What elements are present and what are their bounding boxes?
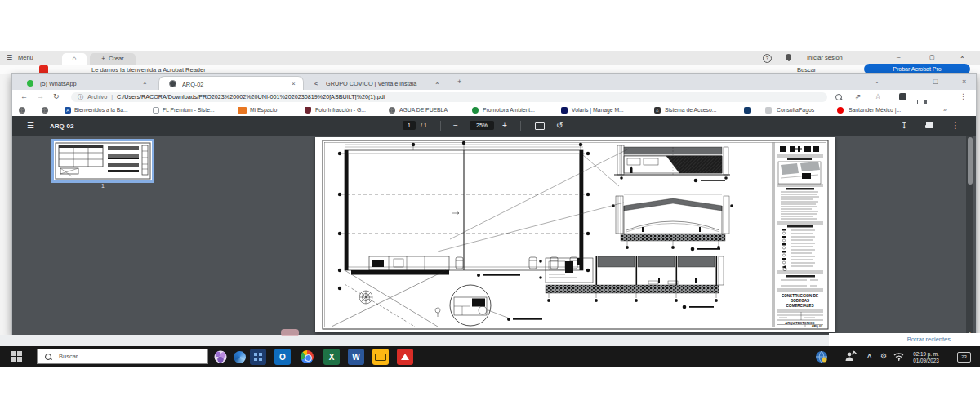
taskbar-excel-icon[interactable]: X [323,349,340,365]
bookmark-item[interactable]: FL Premium - Siste... [163,107,215,113]
bookmark-globe-icon[interactable] [42,107,48,114]
internet-globe-icon[interactable] [816,351,827,363]
forward-icon[interactable]: → [37,93,44,100]
bookmark-globe-icon[interactable] [389,107,395,114]
bookmark-favicon-green[interactable] [472,107,479,114]
acrobat-sign-in-button[interactable]: Iniciar sesión [807,55,843,61]
tab-whatsapp[interactable]: (5) WhatsApp × [19,76,156,90]
bookmark-favicon-house[interactable]: ⌂ [654,107,661,114]
reload-icon[interactable]: ↻ [53,93,60,100]
zoom-level-input[interactable]: 25% [470,121,494,130]
rotate-icon[interactable]: ↺ [556,122,563,130]
acrobat-home-tab[interactable]: ⌂ [62,53,87,65]
bookmark-favicon-fl[interactable] [153,107,159,114]
taskbar-search-box[interactable]: Buscar [37,349,208,364]
tab-search-chevron-icon[interactable]: ⌄ [875,78,880,84]
tab-covico[interactable]: < GRUPO COVICO | Venta e instala × [306,76,447,90]
taskbar-word-icon[interactable]: W [348,349,364,365]
tab-covico-close-icon[interactable]: × [435,79,439,87]
bookmark-item[interactable]: Bienvenidos a la Ba... [74,107,128,113]
bookmark-favicon-info[interactable] [744,107,751,114]
page-total-label: / 1 [421,122,427,128]
taskbar-outlook-icon[interactable]: O [274,349,291,365]
chrome-menu-kebab-icon[interactable]: ⋮ [960,93,967,100]
pdf-menu-icon[interactable]: ☰ [27,122,34,130]
acrobat-close-button[interactable]: × [960,54,964,60]
bookmark-favicon-grid[interactable] [765,107,772,114]
acrobat-search-label[interactable]: Buscar [797,67,816,73]
bookmark-item[interactable]: Promotora Ambient... [483,107,535,113]
bookmark-star-icon[interactable]: ☆ [875,93,881,100]
trees [359,291,487,317]
site-info-icon[interactable]: ⓘ [78,93,83,101]
pdf-page: CONSTRUCCION DE BODEGAS COMERCIALES ARQU… [315,137,835,332]
try-acrobat-pro-label: Probar Acrobat Pro [893,66,942,72]
clear-recents-link[interactable]: Borrar recientes [907,336,951,343]
bookmark-item[interactable]: Foto Infracción - G... [315,107,366,113]
zoom-search-icon[interactable] [835,94,842,100]
tab-covico-label: GRUPO COVICO | Venta e instala [326,80,430,87]
section-2 [612,194,733,251]
bookmark-item[interactable]: AGUA DE PUEBLA [399,107,448,113]
bookmark-item[interactable]: Volaris | Manage M... [572,107,624,113]
bookmark-item[interactable]: Mi Espacio [250,107,277,113]
project-title-line2: BODEGAS [791,299,809,303]
start-button[interactable] [11,351,22,362]
bookmark-globe-icon[interactable] [19,107,25,114]
bookmark-item[interactable]: Sistema de Acceso... [665,107,716,113]
taskbar-acrobat-icon[interactable] [397,349,413,365]
bookmark-item[interactable]: ConsultaPagos [777,107,814,113]
page-thumbnail[interactable] [51,139,154,183]
bookmark-item[interactable]: Santander México |... [849,107,901,113]
url-field[interactable]: ⓘ Archivo | C:/Users/RACORA/Downloads/PR… [71,92,827,102]
extension-icon[interactable] [899,93,906,100]
acrobat-menu-icon[interactable]: ☰ [7,55,12,61]
taskbar-keyboard-icon[interactable] [372,349,389,365]
wifi-icon[interactable] [893,352,904,361]
taskbar-app-grid-icon[interactable] [250,349,266,365]
pdf-more-kebab-icon[interactable]: ⋮ [951,122,960,130]
tray-chevron-up-icon[interactable]: ^ [867,354,871,361]
plus-icon: + [101,56,105,62]
tab-arq02-active[interactable]: ARQ-02 × [158,76,304,90]
tab-whatsapp-close-icon[interactable]: × [143,79,147,87]
help-icon[interactable]: ? [763,54,772,63]
acrobat-minimize-button[interactable]: – [897,54,900,60]
download-icon[interactable]: ↧ [901,122,907,130]
acrobat-create-tab[interactable]: + Crear [90,53,136,65]
tray-gear-icon[interactable]: ⚙ [880,353,887,360]
bookmarks-overflow-icon[interactable]: » [943,107,947,113]
chrome-window: (5) WhatsApp × ARQ-02 × < GRUPO COVICO |… [11,73,977,335]
bookmark-favicon-santander[interactable] [837,107,844,114]
zoom-out-icon[interactable]: − [453,122,458,130]
bookmark-favicon-a[interactable]: A [65,107,71,114]
print-icon[interactable] [925,122,933,129]
chrome-maximize-button[interactable]: ▢ [933,78,938,85]
notifications-bell-icon[interactable] [786,54,791,60]
tab-arq02-close-icon[interactable]: × [292,80,296,87]
taskbar-chrome-icon[interactable] [299,349,315,365]
flowers-widget-icon[interactable] [214,350,227,363]
pdf-scrollbar-thumb[interactable] [968,137,973,185]
new-tab-button[interactable]: + [457,78,461,86]
notification-badge[interactable]: 23 [957,352,971,363]
back-icon[interactable]: ← [20,93,28,100]
blue-swirl-icon[interactable] [234,351,246,363]
tray-clock[interactable]: 02:19 p. m. 01/09/2023 [905,351,947,364]
bookmark-favicon-shield[interactable] [305,107,311,114]
tab-arq02-label: ARQ-02 [182,81,280,88]
chrome-minimize-button[interactable]: – [904,78,908,86]
people-icon[interactable] [846,351,858,361]
chrome-close-button[interactable]: × [962,78,966,86]
keyboard-glyph [375,354,386,361]
acrobat-menu-label[interactable]: Menú [18,55,33,61]
share-icon[interactable]: ⇗ [855,93,862,100]
excel-letter: X [329,353,335,362]
fit-to-page-icon[interactable] [535,122,545,130]
bookmarks-bar: A Bienvenidos a la Ba... FL Premium - Si… [12,104,976,117]
page-number-input[interactable]: 1 [403,121,416,130]
bookmark-favicon-volaris[interactable] [561,107,568,114]
zoom-in-icon[interactable]: + [502,122,507,130]
bookmark-favicon-cfe[interactable] [238,107,247,114]
acrobat-maximize-button[interactable]: ▢ [929,54,935,60]
